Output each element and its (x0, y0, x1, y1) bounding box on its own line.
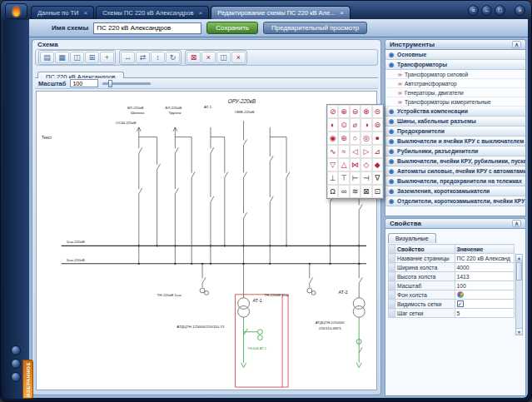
add-element-icon[interactable]: ⊞ (85, 52, 99, 63)
tab-close-icon[interactable]: × (83, 10, 87, 17)
tool-category[interactable]: ◉Основные (385, 50, 525, 60)
scrollbar-thumb[interactable] (516, 262, 522, 280)
palette-symbol[interactable]: ≈ (338, 145, 349, 158)
palette-symbol[interactable]: ⊘ (327, 105, 338, 118)
palette-symbol[interactable]: ○ (350, 132, 360, 145)
property-row[interactable]: Высота холста1413 (389, 272, 515, 281)
property-row[interactable]: Масштаб100 (389, 281, 515, 290)
window-tab[interactable]: Данные по ТИ× (31, 6, 94, 19)
grid-visibility-checkbox[interactable]: ✓ (457, 300, 464, 307)
scroll-up-icon[interactable]: ▲ (516, 255, 522, 261)
canvas-text-note[interactable]: Текст (42, 136, 52, 140)
tool-item[interactable]: ∞Трансформатор силовой (385, 70, 525, 79)
palette-symbol[interactable]: ⊛ (338, 132, 349, 145)
tab-close-icon[interactable]: × (340, 10, 344, 17)
property-row[interactable]: Ширина холста4000 (389, 263, 515, 272)
property-value[interactable]: 1413 (455, 272, 515, 281)
collapse-tools-button[interactable]: ∧ (512, 41, 521, 48)
row-selector[interactable] (389, 300, 395, 309)
zoom-slider-thumb[interactable] (108, 80, 112, 87)
row-selector[interactable] (389, 309, 395, 318)
tool-item[interactable]: ∞Трансформаторы измерительные (385, 97, 525, 107)
preview-button[interactable]: Предварительный просмотр (263, 22, 367, 34)
palette-symbol[interactable]: ⊙ (338, 118, 349, 132)
rail-app-icon-1[interactable] (11, 345, 21, 355)
zoom-slider[interactable] (102, 82, 151, 85)
delete-element-icon[interactable]: ⊠ (186, 52, 201, 63)
palette-symbol[interactable]: ⊜ (372, 105, 383, 118)
palette-symbol[interactable]: ⊗ (360, 105, 371, 118)
copy-page-icon[interactable]: ◫ (216, 52, 231, 63)
scheme-name-input[interactable] (93, 22, 201, 34)
window-tab[interactable]: Схемы ПС 220 кВ Александров× (96, 6, 209, 19)
properties-scrollbar[interactable]: ▲ ▼ (515, 254, 523, 335)
row-selector[interactable] (389, 254, 395, 263)
property-value[interactable] (455, 290, 515, 300)
move-vertical-icon[interactable]: ↕ (151, 52, 165, 63)
row-selector[interactable] (389, 263, 395, 272)
palette-symbol[interactable]: ▽ (327, 158, 338, 171)
tool-category[interactable]: ◉Трансформаторы (385, 60, 525, 70)
favorites-tab[interactable]: ИЗБРАННОЕ (22, 360, 33, 399)
palette-symbol[interactable]: ⊡ (372, 185, 383, 198)
save-button[interactable]: Сохранить (206, 22, 258, 34)
palette-symbol[interactable]: ⊢ (350, 171, 360, 185)
tool-category[interactable]: ◉Отделители, короткозамыкатели, ячейки К… (385, 196, 525, 206)
rail-app-icon-3[interactable] (11, 372, 21, 382)
row-selector[interactable] (389, 272, 395, 281)
tab-visual[interactable]: Визуальные (388, 233, 436, 243)
scroll-down-icon[interactable]: ▼ (516, 328, 522, 335)
palette-symbol[interactable]: ⊠ (360, 185, 371, 198)
palette-symbol[interactable]: ≋ (350, 185, 360, 198)
palette-symbol[interactable]: ● (372, 132, 383, 145)
clear-icon[interactable]: × (231, 52, 246, 63)
collapse-properties-button[interactable]: ∧ (512, 220, 521, 227)
scale-input[interactable] (70, 79, 98, 87)
property-value[interactable]: 5 (455, 309, 515, 318)
move-horizontal-icon[interactable]: ↔ (121, 52, 135, 63)
app-logo[interactable] (5, 3, 27, 19)
tool-category[interactable]: ◉Предохранители (385, 127, 525, 136)
palette-symbol[interactable]: ⊿ (372, 145, 383, 158)
property-row[interactable]: Шаг сетки5 (389, 309, 515, 318)
close-button[interactable]: × (515, 5, 525, 16)
tool-category[interactable]: ◉Устройства компенсации (385, 107, 525, 117)
palette-symbol[interactable]: ∞ (338, 185, 349, 198)
palette-symbol[interactable]: ▷ (360, 145, 371, 158)
tool-category[interactable]: ◉Заземления, короткозамыкатели (385, 186, 525, 196)
palette-symbol[interactable]: ⌀ (350, 118, 360, 132)
tool-category[interactable]: ◉Рубильники, разъединители (385, 146, 525, 156)
add-icon[interactable]: + (100, 52, 114, 63)
grid-icon[interactable]: ▦ (55, 52, 69, 63)
row-selector[interactable] (389, 290, 395, 300)
rail-app-icon-2[interactable] (11, 359, 21, 369)
tab-close-icon[interactable]: × (199, 10, 203, 17)
palette-symbol[interactable]: ∇ (372, 171, 383, 185)
property-row[interactable]: Фон холста (389, 290, 515, 300)
delete-icon[interactable]: × (201, 52, 216, 63)
palette-symbol[interactable]: ◁ (350, 145, 360, 158)
palette-symbol[interactable]: △ (338, 158, 349, 171)
property-value[interactable]: ✓ (455, 300, 515, 309)
palette-symbol[interactable]: ⊤ (338, 171, 349, 185)
row-selector[interactable] (389, 281, 395, 290)
property-row[interactable]: Видимость сетки✓ (389, 300, 515, 309)
property-row[interactable]: Название страницыПС 220 кВ Александ (389, 254, 515, 263)
tool-item[interactable]: ∞Автотрансформатор (385, 79, 525, 88)
window-tab[interactable]: Редактирование схемы ПС 220 кВ Але...× (211, 6, 351, 19)
rotate-icon[interactable]: ↻ (166, 52, 180, 63)
new-page-icon[interactable]: ◫ (70, 52, 84, 63)
tool-item[interactable]: ∞Генераторы, двигатели (385, 88, 525, 97)
palette-symbol[interactable]: ⊚ (372, 118, 383, 132)
palette-symbol[interactable]: ⋈ (350, 158, 360, 171)
swap-icon[interactable]: ⇄ (136, 52, 150, 63)
scheme-list-icon[interactable]: ▤ (40, 52, 54, 63)
property-value[interactable]: 4000 (455, 263, 515, 272)
palette-symbol[interactable]: ⊣ (360, 171, 371, 185)
property-value[interactable]: 100 (455, 281, 515, 290)
menu-button[interactable]: ≡ (468, 5, 479, 16)
palette-symbol[interactable]: Ω (327, 185, 338, 198)
palette-symbol[interactable]: ◆ (372, 158, 383, 171)
tool-category[interactable]: ◉Шины, кабельные разъемы (385, 117, 525, 127)
palette-symbol[interactable]: ◎ (360, 132, 371, 145)
